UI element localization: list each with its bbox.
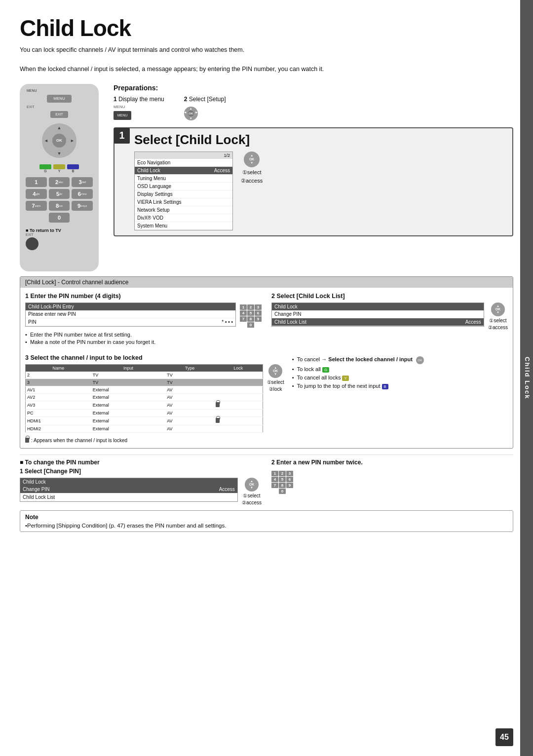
select-channel-title: 3 Select the channel / input to be locke… (25, 354, 284, 361)
menu-label: MENU (27, 89, 37, 92)
cl-annotation-select: ①select (489, 318, 506, 323)
cl-list-menu-row[interactable]: Child Lock ListAccess (272, 318, 484, 326)
pin-bullets: Enter the PIN number twice at first sett… (25, 332, 262, 345)
menu-item-osd: OSD Language (135, 183, 232, 190)
menu-item-divx: DivX® VOD (135, 214, 232, 222)
menu-item-network: Network Setup (135, 206, 232, 214)
enter-new-pin-title: 2 Enter a new PIN number twice. (271, 459, 513, 466)
col-lock: Lock (214, 364, 263, 372)
note-box: Note •Performing [Shipping Condition] (p… (20, 510, 513, 532)
table-row: AV1ExternalAV (26, 386, 263, 393)
menu-item-eco: Eco Navigation (135, 159, 232, 167)
ok-nav-icon: ▲ ◄OK► ▼ (184, 107, 198, 120)
exit-circle-button[interactable] (26, 237, 38, 250)
step1-annotation-access: ②access (241, 178, 263, 184)
page-number: 45 (495, 728, 513, 746)
remote-control: MENU MENU EXIT EXIT ▲ ▼ ◄ ► OK G Y (20, 84, 99, 271)
num-7[interactable]: 7pqrs (26, 201, 47, 211)
exit-button[interactable]: EXIT (50, 111, 68, 118)
cp-ok-nav: ▲ OK ▼ (245, 478, 259, 491)
menu-item-display: Display Settings (135, 190, 232, 198)
num-4[interactable]: 4ghi (26, 189, 47, 199)
prep-menu-sublabel: MENU (114, 105, 125, 109)
menu-item-tuning: Tuning Menu (135, 175, 232, 183)
vertical-child-lock-label: Child Lock (520, 0, 533, 756)
cl-annotation-access: ②access (488, 325, 508, 330)
cl-ok-nav: ▲ OK ▼ (491, 302, 505, 316)
child-lock-section: [Child Lock] - Control channel audience … (20, 276, 513, 449)
lock-note: : Appears when the channel / input is lo… (25, 438, 284, 443)
ok-button[interactable]: OK (52, 134, 66, 148)
page-title: Child Lock (20, 15, 513, 41)
cl-section-header: [Child Lock] - Control channel audience (20, 277, 513, 288)
step1-annotation-select: ①select (242, 169, 262, 176)
cp-annotation-access: ②access (242, 500, 262, 505)
num-8[interactable]: 8tuv (49, 201, 70, 211)
dpad[interactable]: ▲ ▼ ◄ ► OK (42, 123, 76, 158)
y-color-btn: Y (342, 376, 348, 381)
note-text: •Performing [Shipping Condition] (p. 47)… (25, 523, 508, 529)
pin-value-row: PIN * • • • (26, 318, 235, 326)
menu-item-viera: VIERA Link Settings (135, 198, 232, 206)
change-pin-menu: Child Lock Change PINAccess Child Lock L… (20, 478, 238, 502)
num-5[interactable]: 5jkl (49, 189, 70, 199)
select-cl-list-title: 2 Select [Child Lock List] (271, 293, 508, 300)
table-row: AV2ExternalAV (26, 393, 263, 401)
num-6[interactable]: 6mno (72, 189, 93, 199)
cp-annotation-select: ①select (243, 493, 260, 498)
step1-title: Select [Child Lock] (134, 132, 506, 148)
col-type: Type (165, 364, 214, 372)
cancel-instructions: To cancel → Select the locked channel / … (292, 356, 508, 389)
prep-step1-label: 1 Display the menu (114, 96, 164, 103)
step1-ok-nav: ▲ OK ▼ (244, 151, 260, 167)
table-row: 3TVTV (26, 378, 263, 386)
number-pad: 1 2abc 3def 4ghi 5jkl 6mno 7pqrs 8tuv 9w… (26, 177, 93, 223)
menu-icon: MENU (114, 111, 131, 120)
pin-entry-box: Child Lock-PIN Entry Please enter new PI… (25, 302, 236, 327)
enter-pin-title: 1 Enter the PIN number (4 digits) (25, 293, 262, 300)
menu-item-childlock[interactable]: Child LockAccess (135, 167, 232, 175)
note-title: Note (25, 514, 508, 521)
please-enter-pin-row: Please enter new PIN (26, 310, 235, 318)
num-9[interactable]: 9wxyz (72, 201, 93, 211)
intro-text: You can lock specific channels / AV inpu… (20, 45, 513, 74)
preparations-title: Preparations: (114, 84, 513, 92)
b-color-btn: B (382, 384, 388, 389)
select-change-pin-title: 1 Select [Change PIN] (20, 468, 262, 475)
to-return-label: ■ To return to TV (26, 228, 61, 233)
col-input: Input (91, 364, 166, 372)
num-1[interactable]: 1 (26, 177, 47, 187)
menu-item-system: System Menu (135, 222, 232, 230)
menu-screen: 1/2 Eco Navigation Child LockAccess Tuni… (134, 151, 233, 230)
table-row: HDMI1ExternalAV (26, 416, 263, 425)
ok-icon-cancel: OK (416, 356, 424, 364)
exit-label: EXIT (27, 105, 35, 109)
col-name: Name (26, 364, 91, 372)
g-color-btn: G (322, 367, 329, 373)
change-pin-menu-row: Change PIN (272, 310, 484, 318)
change-pin-section: ■ To change the PIN number 1 Select [Cha… (20, 454, 513, 505)
ch-annotation-lock: ②lock (269, 386, 282, 392)
change-pin-row[interactable]: Change PINAccess (20, 486, 237, 493)
menu-button[interactable]: MENU (47, 95, 72, 103)
table-row: AV3ExternalAV (26, 401, 263, 409)
num-3[interactable]: 3def (72, 177, 93, 187)
prep-step2-label: 2 Select [Setup] (184, 96, 226, 103)
numpad-small: 123 456 789 0 (240, 302, 262, 328)
table-row: HDMI2ExternalAV (26, 425, 263, 432)
num-2[interactable]: 2abc (49, 177, 70, 187)
cl-list-row: Child Lock List (20, 493, 237, 501)
table-row: 2TVTV (26, 372, 263, 379)
cl-menu-box: Child Lock Change PIN Child Lock ListAcc… (271, 302, 484, 327)
channel-table: Name Input Type Lock 2TVTV 3TVTV AV1Exte… (25, 364, 263, 433)
table-row: PCExternalAV (26, 409, 263, 416)
exit-sub-label: EXIT (26, 233, 61, 236)
new-pin-numpad: 123 456 789 0 (271, 471, 293, 494)
color-buttons: G Y B (39, 164, 79, 173)
step1-number: 1 (114, 128, 130, 144)
step1-box: 1 Select [Child Lock] 1/2 Eco Navigation… (114, 127, 513, 236)
ch-annotation-select: ①select (267, 379, 284, 385)
ch-ok-nav: ▲ OK ▼ (268, 364, 282, 378)
num-0[interactable]: 0 (49, 213, 70, 223)
change-pin-header: ■ To change the PIN number (20, 459, 262, 466)
